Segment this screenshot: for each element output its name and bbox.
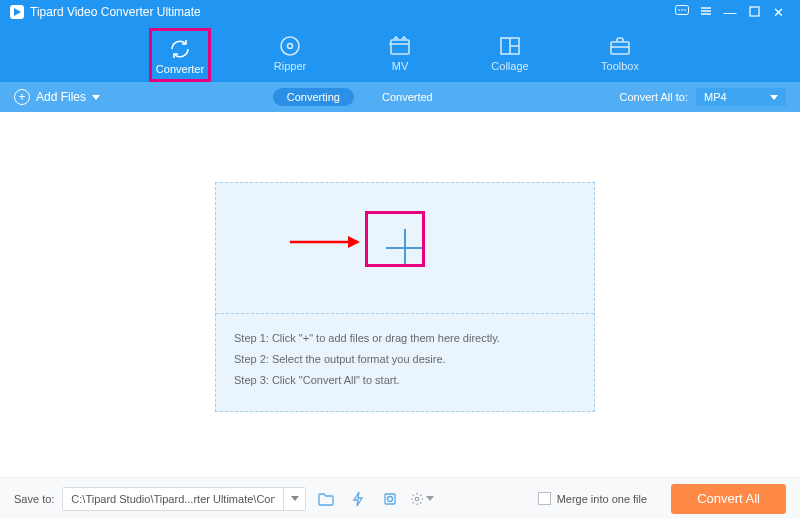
converter-icon xyxy=(168,35,192,63)
output-format-select[interactable]: MP4 xyxy=(696,88,786,106)
toolbox-icon xyxy=(609,32,631,60)
settings-icon[interactable] xyxy=(410,487,434,511)
open-folder-icon[interactable] xyxy=(314,487,338,511)
nav-label: Converter xyxy=(156,63,204,75)
step-2: Step 2: Select the output format you des… xyxy=(234,349,576,370)
app-logo xyxy=(10,5,24,19)
dropzone[interactable]: Step 1: Click "+" to add files or drag t… xyxy=(215,182,595,412)
svg-rect-16 xyxy=(611,42,629,54)
minimize-button[interactable]: — xyxy=(718,5,742,20)
svg-rect-8 xyxy=(750,7,759,16)
format-value: MP4 xyxy=(704,91,727,103)
nav-label: Collage xyxy=(491,60,528,72)
tab-converting[interactable]: Converting xyxy=(273,88,354,106)
footer-bar: Save to: Merge into one file Convert All xyxy=(0,477,800,519)
save-to-label: Save to: xyxy=(14,493,54,505)
convert-all-button[interactable]: Convert All xyxy=(671,484,786,514)
add-files-label: Add Files xyxy=(36,90,86,104)
add-files-plus[interactable] xyxy=(380,223,430,273)
gpu-accel-icon[interactable] xyxy=(378,487,402,511)
svg-point-21 xyxy=(388,496,393,501)
app-title: Tipard Video Converter Ultimate xyxy=(30,5,670,19)
step-3: Step 3: Click "Convert All" to start. xyxy=(234,370,576,391)
chevron-down-icon xyxy=(92,95,100,100)
menu-icon[interactable] xyxy=(694,5,718,20)
nav-ripper[interactable]: Ripper xyxy=(259,28,321,82)
nav-label: Toolbox xyxy=(601,60,639,72)
nav-converter[interactable]: Converter xyxy=(149,28,211,82)
checkbox-icon xyxy=(538,492,551,505)
hardware-accel-icon[interactable] xyxy=(346,487,370,511)
close-button[interactable]: ✕ xyxy=(766,5,790,20)
main-area: Step 1: Click "+" to add files or drag t… xyxy=(0,112,800,477)
save-path-box xyxy=(62,487,306,511)
nav-label: Ripper xyxy=(274,60,306,72)
nav-collage[interactable]: Collage xyxy=(479,28,541,82)
nav-label: MV xyxy=(392,60,409,72)
svg-marker-0 xyxy=(14,8,21,16)
instructions: Step 1: Click "+" to add files or drag t… xyxy=(216,314,594,405)
ripper-icon xyxy=(279,32,301,60)
sub-toolbar: + Add Files Converting Converted Convert… xyxy=(0,82,800,112)
step-1: Step 1: Click "+" to add files or drag t… xyxy=(234,328,576,349)
svg-point-3 xyxy=(681,9,683,11)
tab-converted[interactable]: Converted xyxy=(368,88,447,106)
merge-label: Merge into one file xyxy=(557,493,648,505)
svg-point-2 xyxy=(678,9,680,11)
chevron-down-icon xyxy=(770,95,778,100)
save-path-input[interactable] xyxy=(63,493,283,505)
svg-point-10 xyxy=(288,44,293,49)
svg-point-22 xyxy=(416,497,420,501)
nav-toolbox[interactable]: Toolbox xyxy=(589,28,651,82)
add-files-button[interactable]: + Add Files xyxy=(14,89,100,105)
svg-rect-20 xyxy=(385,494,395,504)
top-nav: Converter Ripper MV Collage Toolbox xyxy=(0,24,800,82)
collage-icon xyxy=(499,32,521,60)
save-path-dropdown[interactable] xyxy=(283,488,305,510)
mv-icon xyxy=(389,32,411,60)
merge-checkbox[interactable]: Merge into one file xyxy=(538,492,648,505)
nav-mv[interactable]: MV xyxy=(369,28,431,82)
plus-circle-icon: + xyxy=(14,89,30,105)
svg-point-9 xyxy=(281,37,299,55)
maximize-button[interactable] xyxy=(742,5,766,20)
convert-all-to-label: Convert All to: xyxy=(620,91,688,103)
feedback-icon[interactable] xyxy=(670,5,694,20)
svg-point-4 xyxy=(684,9,686,11)
titlebar: Tipard Video Converter Ultimate — ✕ xyxy=(0,0,800,24)
svg-rect-11 xyxy=(391,40,409,54)
